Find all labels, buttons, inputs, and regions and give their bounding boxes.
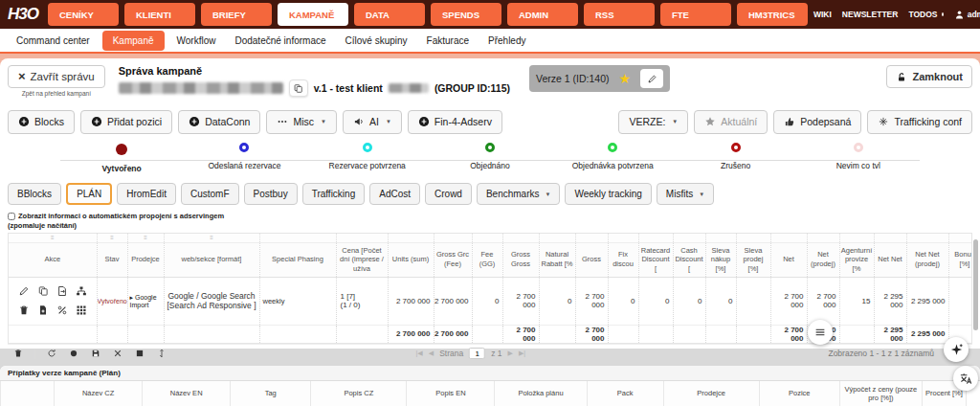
footer-refresh-button[interactable] [45,347,58,360]
subnav-prehledy[interactable]: Přehledy [481,32,532,50]
sitemap-row-button[interactable] [75,284,88,298]
subnav-kampane[interactable]: Kampaně [102,31,165,51]
tab-misfits[interactable]: Misfits▼ [657,183,714,205]
tab-weekly-tracking[interactable]: Weekly tracking [565,183,651,205]
fin4adserv-button[interactable]: Fin-4-Adserv [408,110,502,134]
col-popis-cz[interactable]: Popis CZ [311,381,407,406]
col-bonus[interactable]: Bonus [%] [948,242,972,277]
col-sleva-nakup[interactable]: Sleva nákup [%] [705,242,736,277]
edit-row-button[interactable] [17,284,31,298]
col-web-sekce[interactable]: web/sekce [formát] [164,242,259,277]
percent-row-button[interactable] [56,304,69,317]
tab-benchmarks[interactable]: Benchmarks▼ [477,183,561,205]
tab-customf[interactable]: CustomF [181,183,239,205]
col-agenturni-provize[interactable]: Agenturní provize [% [839,242,874,277]
tab-trafficking[interactable]: Trafficking [302,183,366,205]
footer-record-button[interactable] [67,347,80,360]
nav-fte[interactable]: FTE [660,3,731,26]
nav-klienti[interactable]: KLIENTI [124,3,195,26]
ai-assistant-fab[interactable] [944,337,969,362]
footer-trash-button[interactable] [11,347,25,360]
subnav-dodatecne-informace[interactable]: Dodatečné informace [228,32,332,50]
tab-hromedit[interactable]: HromEdit [117,183,176,205]
nav-kampane[interactable]: KAMPANĚ [278,3,348,26]
col-gross[interactable]: Gross [575,242,608,277]
tab-postbuy[interactable]: Postbuy [244,183,298,205]
column-menu-icon[interactable]: ≡ [165,235,259,240]
translate-fab[interactable] [953,366,978,391]
col-fix-discount[interactable]: Fix discou [608,242,638,277]
col-net-net-prodej[interactable]: Net Net (prodej) [906,242,948,277]
last-page-button[interactable]: ▶| [519,350,525,357]
copy-name-button[interactable] [289,79,308,97]
col-vypocet[interactable]: Výpočet z ceny (pouze pro [%]) [839,381,922,406]
col-cash-discount[interactable]: Cash Discount [ [673,242,705,277]
subnav-workflow[interactable]: Workflow [170,32,223,50]
delete-row-button[interactable] [17,304,31,317]
prev-page-button[interactable]: ◀ [429,350,434,357]
aktualni-button[interactable]: Aktuální [694,110,768,134]
step-odeslana-rezervace[interactable]: Odeslaná rezervace [183,140,305,173]
podepsana-button[interactable]: Podepsaná [773,110,861,134]
col-popis-en[interactable]: Popis EN [407,381,495,406]
col-natural-rabatt[interactable]: Natural Rabatt [% [539,242,575,277]
footer-cancel-button[interactable] [111,347,124,360]
footer-box-button[interactable] [133,347,146,360]
add-position-button[interactable]: Přidat pozici [80,110,172,134]
dataconn-button[interactable]: DataConn [178,110,260,134]
col-units-sum[interactable]: Units (sum) [388,242,434,277]
footer-save-button[interactable] [89,347,102,360]
step-objednavka-potvrzena[interactable]: Objednávka potvrzena [551,140,674,173]
column-menu-icon[interactable]: ≡ [98,235,127,240]
grid-row-button[interactable] [75,304,88,317]
col-net-net[interactable]: Net Net [874,242,906,277]
tab-bblocks[interactable]: BBlocks [8,183,61,205]
col-pozice[interactable]: Pozice [759,381,839,406]
link-todos[interactable]: TODOS [908,10,937,19]
plan-row[interactable]: Vytvořeno ▸ Google Import Google / Googl… [9,277,972,325]
verze-dropdown-button[interactable]: VERZE:▼ [618,110,688,134]
col-fee-gg[interactable]: Fee (GG) [472,242,502,277]
col-pack[interactable]: Pack [587,381,663,406]
subnav-cilove-skupiny[interactable]: Cílové skupiny [339,32,414,50]
col-polozka-planu[interactable]: Položka plánu [495,381,587,406]
edit-version-button[interactable] [640,69,663,88]
nav-data[interactable]: DATA [354,3,425,26]
col-nazev-en[interactable]: Název EN [143,381,231,406]
link-wiki[interactable]: WIKI [813,10,832,19]
col-prodejce[interactable]: Prodejce [127,242,164,277]
tab-plan[interactable]: PLÁN [66,183,112,205]
step-vytvoreno[interactable]: Vytvořeno [60,140,183,173]
grid-menu-fab[interactable] [808,320,833,345]
vertical-scrollbar[interactable] [973,239,978,330]
col-net-prodej[interactable]: Net (prodej) [807,242,839,277]
col-stav[interactable]: Stav [97,242,127,277]
favorite-star-icon[interactable]: ★ [619,73,632,84]
col-prodejce2[interactable]: Prodejce [663,381,759,406]
nav-ceniky[interactable]: CENÍKY [48,3,119,26]
trafficking-conf-button[interactable]: Trafficking conf [867,110,972,134]
tab-crowd[interactable]: Crowd [425,183,472,205]
col-nazev-cz[interactable]: Název CZ [55,381,143,406]
col-tag[interactable]: Tag [231,381,311,406]
link-newsletter[interactable]: NEWSLETTER [842,10,899,19]
export-row-button[interactable] [56,284,69,298]
col-ratecard-discount[interactable]: Ratecard Discount [ [638,242,673,277]
nav-briefy[interactable]: BRIEFY [201,3,272,26]
step-zruseno[interactable]: Zrušeno [674,140,796,173]
subnav-command-center[interactable]: Command center [10,32,97,50]
col-gross-grc-fee[interactable]: Gross Grc (Fee) [434,242,472,277]
tab-adcost[interactable]: AdCost [369,183,420,205]
blocks-button[interactable]: Blocks [8,110,75,134]
step-rezervace-potvrzena[interactable]: Rezervace potvrzena [306,140,429,173]
nav-rss[interactable]: RSS [584,3,655,26]
col-special-phasing[interactable]: Special Phasing [259,242,336,277]
col-cena[interactable]: Cena [Počet dní (imprese / užíva [336,242,388,277]
nav-admin[interactable]: ADMIN [507,3,578,26]
user-account[interactable]: admin@h30.cz [954,10,980,20]
app-logo[interactable]: H3O [8,5,38,24]
col-net[interactable]: Net [770,242,807,277]
column-menu-icon[interactable]: ≡ [128,235,164,240]
step-nevim-co-tvl[interactable]: Nevim co tvl [797,140,920,173]
adserving-info-checkbox[interactable] [8,213,15,220]
